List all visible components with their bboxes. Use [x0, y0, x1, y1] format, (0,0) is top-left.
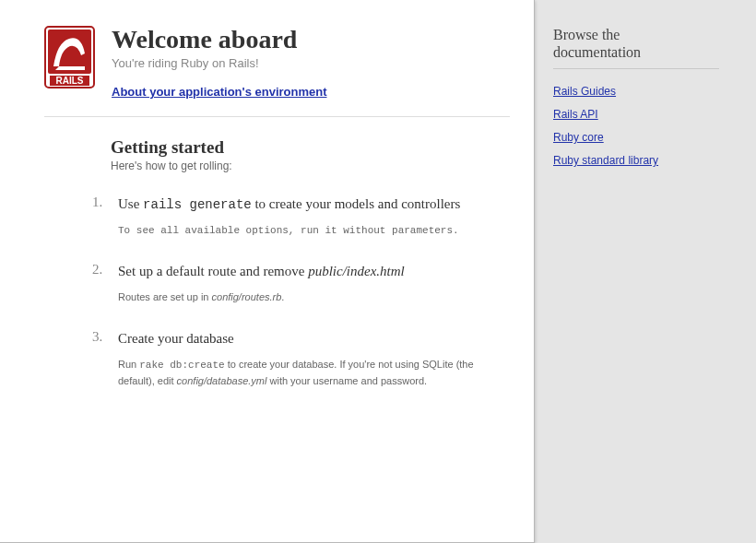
divider — [44, 116, 510, 117]
step-title: Set up a default route and remove public… — [118, 262, 510, 280]
sidebar-divider — [553, 68, 719, 69]
page-container: RAILS Welcome aboard You're riding Ruby … — [0, 0, 756, 543]
sidebar-links: Rails Guides Rails API Ruby core Ruby st… — [553, 82, 719, 168]
rails-logo-icon: RAILS — [44, 26, 95, 89]
getting-started-heading: Getting started — [111, 137, 510, 158]
step-note: Run rake db:create to create your databa… — [118, 357, 510, 388]
header: RAILS Welcome aboard You're riding Ruby … — [44, 26, 510, 100]
sidebar-heading: Browse the documentation — [553, 26, 719, 61]
link-ruby-core[interactable]: Ruby core — [553, 131, 604, 144]
tagline: You're riding Ruby on Rails! — [112, 56, 327, 70]
page-title: Welcome aboard — [112, 26, 327, 54]
step-title: Use rails generate to create your models… — [118, 195, 510, 214]
steps-list: Use rails generate to create your models… — [44, 195, 510, 388]
header-text: Welcome aboard You're riding Ruby on Rai… — [112, 26, 327, 100]
about-environment-link[interactable]: About your application's environment — [112, 85, 327, 99]
sidebar: Browse the documentation Rails Guides Ra… — [535, 0, 738, 543]
main-panel: RAILS Welcome aboard You're riding Ruby … — [0, 0, 535, 543]
getting-started-subtitle: Here's how to get rolling: — [111, 159, 510, 172]
step-item: Set up a default route and remove public… — [44, 262, 510, 305]
step-note: To see all available options, run it wit… — [118, 223, 510, 239]
link-rails-guides[interactable]: Rails Guides — [553, 85, 616, 98]
getting-started-section: Getting started Here's how to get rollin… — [44, 137, 510, 388]
link-rails-api[interactable]: Rails API — [553, 108, 598, 121]
link-ruby-stdlib[interactable]: Ruby standard library — [553, 154, 658, 167]
step-title: Create your database — [118, 329, 510, 348]
step-item: Create your database Run rake db:create … — [44, 329, 510, 388]
svg-text:RAILS: RAILS — [56, 76, 84, 86]
step-note: Routes are set up in config/routes.rb. — [118, 289, 510, 305]
step-item: Use rails generate to create your models… — [44, 195, 510, 238]
